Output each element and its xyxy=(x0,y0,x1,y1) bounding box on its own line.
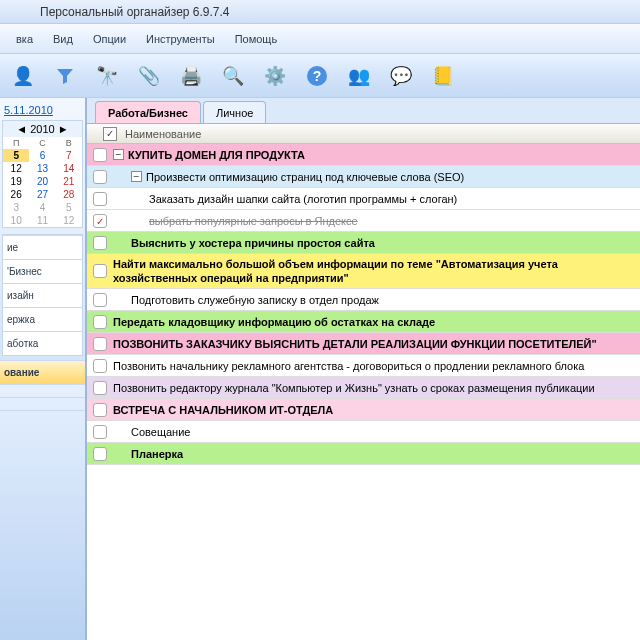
current-date-link[interactable]: 5.11.2010 xyxy=(0,98,85,118)
task-row[interactable]: Выяснить у хостера причины простоя сайта xyxy=(87,232,640,254)
app-title: Персональный органайзер 6.9.7.4 xyxy=(40,5,230,19)
sidebar-group[interactable]: изайн xyxy=(3,283,82,307)
calendar-day[interactable]: 3 xyxy=(3,201,29,214)
calendar-day[interactable]: 19 xyxy=(3,175,29,188)
calendar-day[interactable]: 7 xyxy=(56,149,82,162)
sidebar-pane[interactable] xyxy=(0,410,85,423)
sidebar-panes: ование xyxy=(0,360,85,640)
task-row[interactable]: Позвонить редактору журнала "Компьютер и… xyxy=(87,377,640,399)
calendar-day[interactable]: 6 xyxy=(29,149,55,162)
task-checkbox[interactable] xyxy=(93,236,107,250)
funnel-icon[interactable] xyxy=(50,61,80,91)
calendar-day[interactable]: 26 xyxy=(3,188,29,201)
task-checkbox[interactable]: ✓ xyxy=(93,214,107,228)
task-text: Передать кладовщику информацию об остатк… xyxy=(113,315,636,329)
task-text: ПОЗВОНИТЬ ЗАКАЗЧИКУ ВЫЯСНИТЬ ДЕТАЛИ РЕАЛ… xyxy=(113,337,636,351)
task-row[interactable]: Найти максимально большой объем информац… xyxy=(87,254,640,289)
task-row[interactable]: Планерка xyxy=(87,443,640,465)
task-text: Планерка xyxy=(131,447,636,461)
menu-item[interactable]: вка xyxy=(6,29,43,49)
task-row[interactable]: Позвонить начальнику рекламного агентств… xyxy=(87,355,640,377)
calendar-day[interactable]: 12 xyxy=(3,162,29,175)
menu-item[interactable]: Помощь xyxy=(225,29,288,49)
sidebar-group[interactable]: ие xyxy=(3,235,82,259)
task-row[interactable]: ВСТРЕЧА С НАЧАЛЬНИКОМ ИТ-ОТДЕЛА xyxy=(87,399,640,421)
sidebar-group[interactable]: ержка xyxy=(3,307,82,331)
task-text: Произвести оптимизацию страниц под ключе… xyxy=(146,170,636,184)
notes-icon[interactable]: 📒 xyxy=(428,61,458,91)
menu-item[interactable]: Опции xyxy=(83,29,136,49)
calendar-day[interactable]: 11 xyxy=(29,214,55,227)
task-text: Найти максимально большой объем информац… xyxy=(113,257,636,285)
calendar-day[interactable]: 12 xyxy=(56,214,82,227)
calendar-day[interactable]: 28 xyxy=(56,188,82,201)
task-checkbox[interactable] xyxy=(93,264,107,278)
task-checkbox[interactable] xyxy=(93,293,107,307)
calendar-day[interactable]: 4 xyxy=(29,201,55,214)
task-checkbox[interactable] xyxy=(93,403,107,417)
task-checkbox[interactable] xyxy=(93,192,107,206)
sidebar-group[interactable]: аботка xyxy=(3,331,82,355)
calendar-day[interactable]: 20 xyxy=(29,175,55,188)
calendar-day[interactable]: 10 xyxy=(3,214,29,227)
task-checkbox[interactable] xyxy=(93,337,107,351)
calendar-month[interactable]: ◄ 2010 ► xyxy=(3,121,82,137)
help-icon[interactable]: ? xyxy=(302,61,332,91)
settings-icon[interactable]: ⚙️ xyxy=(260,61,290,91)
task-checkbox[interactable] xyxy=(93,425,107,439)
header-checkbox[interactable]: ✓ xyxy=(103,127,117,141)
task-text: выбрать популярные запросы в Яндексе xyxy=(149,214,636,228)
calendar-day[interactable]: 13 xyxy=(29,162,55,175)
task-checkbox[interactable] xyxy=(93,315,107,329)
tab-personal[interactable]: Личное xyxy=(203,101,266,123)
task-text: Позвонить начальнику рекламного агентств… xyxy=(113,359,636,373)
sidebar-pane[interactable] xyxy=(0,397,85,410)
task-row[interactable]: Передать кладовщику информацию об остатк… xyxy=(87,311,640,333)
task-row[interactable]: ✓выбрать популярные запросы в Яндексе xyxy=(87,210,640,232)
list-header[interactable]: ✓ Наименование xyxy=(87,124,640,144)
task-checkbox[interactable] xyxy=(93,359,107,373)
header-title: Наименование xyxy=(125,128,201,140)
task-text: Подготовить служебную записку в отдел пр… xyxy=(131,293,636,307)
calendar[interactable]: ◄ 2010 ► ПСВ 567121314192021262728345101… xyxy=(2,120,83,228)
binoculars-icon[interactable]: 🔭 xyxy=(92,61,122,91)
chat-icon[interactable]: 💬 xyxy=(386,61,416,91)
tab-work[interactable]: Работа/Бизнес xyxy=(95,101,201,123)
task-checkbox[interactable] xyxy=(93,148,107,162)
task-text: Заказать дизайн шапки сайта (логотип про… xyxy=(149,192,636,206)
calendar-day[interactable]: 5 xyxy=(3,149,29,162)
menu-item[interactable]: Инструменты xyxy=(136,29,225,49)
tab-bar: Работа/Бизнес Личное xyxy=(87,98,640,124)
sidebar-group[interactable]: 'Бизнес xyxy=(3,259,82,283)
calendar-day[interactable]: 27 xyxy=(29,188,55,201)
expand-toggle-icon[interactable]: − xyxy=(131,171,142,182)
calendar-day[interactable]: 21 xyxy=(56,175,82,188)
print-icon[interactable]: 🖨️ xyxy=(176,61,206,91)
users-icon[interactable]: 👥 xyxy=(344,61,374,91)
task-row[interactable]: −КУПИТЬ ДОМЕН ДЛЯ ПРОДУКТА xyxy=(87,144,640,166)
task-checkbox[interactable] xyxy=(93,170,107,184)
menu-item[interactable]: Вид xyxy=(43,29,83,49)
preview-icon[interactable]: 🔍 xyxy=(218,61,248,91)
task-text: Выяснить у хостера причины простоя сайта xyxy=(131,236,636,250)
task-row[interactable]: ПОЗВОНИТЬ ЗАКАЗЧИКУ ВЫЯСНИТЬ ДЕТАЛИ РЕАЛ… xyxy=(87,333,640,355)
task-row[interactable]: Совещание xyxy=(87,421,640,443)
calendar-day[interactable]: 5 xyxy=(56,201,82,214)
sidebar-pane[interactable] xyxy=(0,384,85,397)
sidebar-pane[interactable]: ование xyxy=(0,360,85,384)
task-row[interactable]: Подготовить служебную записку в отдел пр… xyxy=(87,289,640,311)
task-row[interactable]: −Произвести оптимизацию страниц под ключ… xyxy=(87,166,640,188)
menu-bar: вка Вид Опции Инструменты Помощь xyxy=(0,24,640,54)
task-checkbox[interactable] xyxy=(93,381,107,395)
calendar-grid[interactable]: ПСВ 567121314192021262728345101112 xyxy=(3,137,82,227)
expand-toggle-icon[interactable]: − xyxy=(113,149,124,160)
task-text: Позвонить редактору журнала "Компьютер и… xyxy=(113,381,636,395)
task-checkbox[interactable] xyxy=(93,447,107,461)
person-icon[interactable]: 👤 xyxy=(8,61,38,91)
sidebar: 5.11.2010 ◄ 2010 ► ПСВ 56712131419202126… xyxy=(0,98,86,640)
calendar-day[interactable]: 14 xyxy=(56,162,82,175)
task-row[interactable]: Заказать дизайн шапки сайта (логотип про… xyxy=(87,188,640,210)
attachment-icon[interactable]: 📎 xyxy=(134,61,164,91)
toolbar: 👤 🔭 📎 🖨️ 🔍 ⚙️ ? 👥 💬 📒 xyxy=(0,54,640,98)
task-text: КУПИТЬ ДОМЕН ДЛЯ ПРОДУКТА xyxy=(128,148,636,162)
